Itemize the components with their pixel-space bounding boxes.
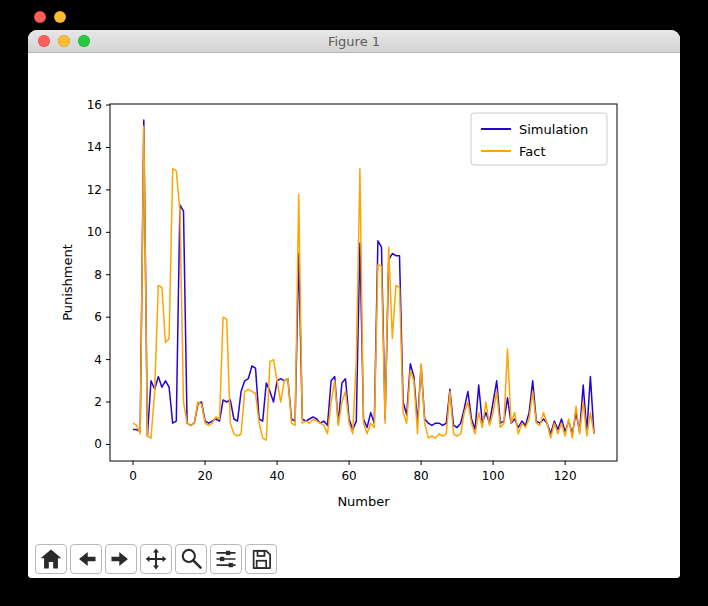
forward-button[interactable] [105, 544, 137, 574]
navigation-toolbar [28, 539, 680, 578]
desktop-background: Figure 1 0204060801001200246810121416Num… [0, 0, 708, 606]
y-axis-label: Punishment [60, 244, 75, 321]
x-tick-label: 40 [269, 469, 284, 483]
magnifier-icon [178, 546, 204, 572]
line-chart: 0204060801001200246810121416NumberPunish… [28, 53, 680, 539]
y-tick-label: 8 [94, 268, 102, 282]
x-axis-label: Number [337, 494, 390, 509]
zoom-button[interactable] [175, 544, 207, 574]
legend-label-fact: Fact [519, 144, 546, 159]
back-button[interactable] [70, 544, 102, 574]
x-tick-label: 0 [129, 469, 137, 483]
home-button[interactable] [35, 544, 67, 574]
background-window-close-button[interactable] [34, 11, 46, 23]
forward-arrow-icon [108, 546, 134, 572]
y-tick-label: 6 [94, 310, 102, 324]
title-bar[interactable]: Figure 1 [28, 30, 680, 53]
window-title: Figure 1 [328, 34, 380, 49]
x-tick-label: 120 [554, 469, 577, 483]
close-button[interactable] [38, 35, 50, 47]
floppy-disk-icon [248, 546, 274, 572]
zoom-window-button[interactable] [78, 35, 90, 47]
y-tick-label: 0 [94, 437, 102, 451]
x-tick-label: 20 [197, 469, 212, 483]
y-tick-label: 10 [87, 225, 102, 239]
background-window-minimize-button[interactable] [54, 11, 66, 23]
x-tick-label: 60 [341, 469, 356, 483]
y-tick-label: 2 [94, 395, 102, 409]
save-button[interactable] [245, 544, 277, 574]
minimize-button[interactable] [58, 35, 70, 47]
legend-label-simulation: Simulation [519, 122, 588, 137]
y-tick-label: 12 [87, 183, 102, 197]
configure-subplots-button[interactable] [210, 544, 242, 574]
home-icon [38, 546, 64, 572]
sliders-icon [213, 546, 239, 572]
pan-arrows-icon [143, 546, 169, 572]
back-arrow-icon [73, 546, 99, 572]
figure-area: 0204060801001200246810121416NumberPunish… [28, 53, 680, 539]
y-tick-label: 14 [87, 140, 102, 154]
figure-window: Figure 1 0204060801001200246810121416Num… [28, 30, 680, 578]
y-tick-label: 16 [87, 98, 102, 112]
x-tick-label: 80 [413, 469, 428, 483]
x-tick-label: 100 [482, 469, 505, 483]
y-tick-label: 4 [94, 353, 102, 367]
pan-button[interactable] [140, 544, 172, 574]
